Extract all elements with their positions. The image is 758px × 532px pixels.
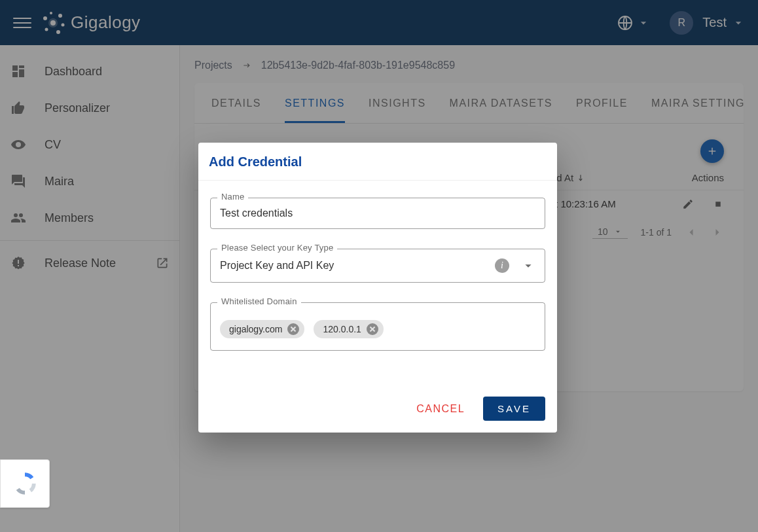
name-label: Name <box>217 192 248 202</box>
chip-label: gigalogy.com <box>229 324 282 334</box>
key-type-field[interactable]: Please Select your Key Type Project Key … <box>210 249 545 283</box>
recaptcha-badge <box>0 459 50 508</box>
info-icon[interactable]: i <box>495 258 509 273</box>
chip-label: 120.0.0.1 <box>323 324 361 334</box>
whitelist-chip: 120.0.0.1 <box>314 320 383 338</box>
recaptcha-icon <box>12 470 38 497</box>
chip-remove-icon[interactable] <box>287 323 299 335</box>
save-button[interactable]: SAVE <box>483 397 545 421</box>
name-input[interactable] <box>211 198 545 228</box>
add-credential-modal: Add Credential Name Please Select your K… <box>198 143 557 433</box>
cancel-button[interactable]: CANCEL <box>414 398 467 420</box>
chip-remove-icon[interactable] <box>367 323 378 335</box>
whitelist-field[interactable]: Whitelisted Domain gigalogy.com 120.0.0.… <box>210 302 545 351</box>
key-type-value: Project Key and API Key <box>220 260 334 272</box>
key-type-label: Please Select your Key Type <box>217 243 337 253</box>
name-field[interactable]: Name <box>210 198 545 229</box>
modal-title: Add Credential <box>198 143 557 181</box>
whitelist-label: Whitelisted Domain <box>217 296 301 306</box>
whitelist-chip: gigalogy.com <box>220 320 304 338</box>
chevron-down-icon[interactable] <box>521 258 535 273</box>
